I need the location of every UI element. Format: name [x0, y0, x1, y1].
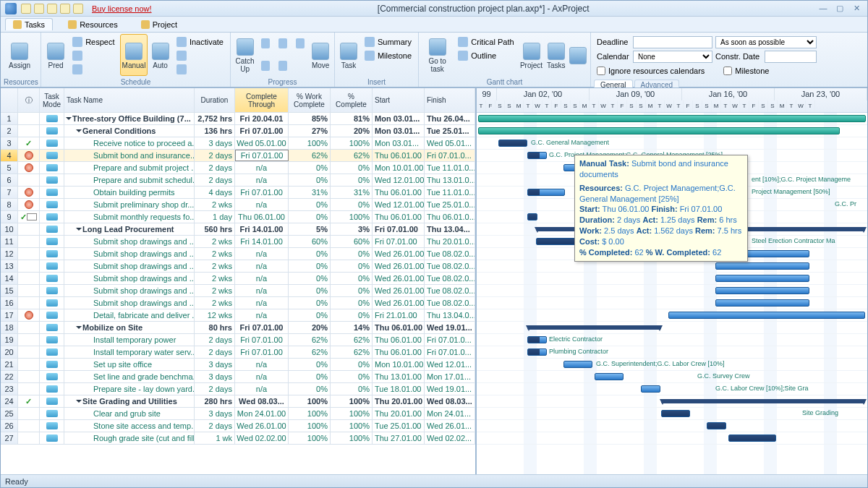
- row-task-name[interactable]: Submit shop drawings and ...: [64, 260, 195, 272]
- row-task-name[interactable]: Prepare site - lay down yard...: [64, 383, 195, 395]
- auto-button[interactable]: Auto: [149, 34, 171, 76]
- row-complete-through[interactable]: Wed 26.01.00: [235, 420, 289, 432]
- row-work-complete[interactable]: 0%: [289, 371, 331, 382]
- gantt-row[interactable]: [477, 420, 867, 432]
- col-rownum[interactable]: [1, 88, 18, 112]
- row-mode[interactable]: [40, 309, 64, 321]
- row-start[interactable]: Thu 13.01.00: [373, 371, 425, 382]
- row-task-name[interactable]: Obtain building permits: [64, 187, 195, 198]
- row-task-name[interactable]: Detail, fabricate and deliver ...: [64, 309, 195, 321]
- outline-button[interactable]: Outline: [454, 49, 517, 62]
- row-complete-through[interactable]: Wed 08.03...: [235, 395, 289, 407]
- assign-button[interactable]: Assign: [4, 34, 35, 76]
- row-duration[interactable]: 2 wks: [195, 199, 235, 210]
- row-duration[interactable]: 3 days: [195, 408, 235, 419]
- gantt-bar[interactable]: [527, 325, 661, 330]
- row-duration[interactable]: 2 days: [195, 346, 235, 358]
- row-complete-through[interactable]: Fri 14.01.00: [235, 223, 289, 235]
- row-task-name[interactable]: Mobilize on Site: [64, 322, 195, 333]
- row-mode[interactable]: [40, 420, 64, 432]
- row-finish[interactable]: Tue 25.01.0...: [425, 199, 475, 210]
- row-task-name[interactable]: Install temporary power: [64, 334, 195, 346]
- row-duration[interactable]: 280 hrs: [195, 395, 235, 407]
- row-number[interactable]: 6: [1, 174, 18, 186]
- row-duration[interactable]: 2 days: [195, 150, 235, 161]
- row-complete[interactable]: 3%: [331, 223, 373, 235]
- row-duration[interactable]: 4 days: [195, 187, 235, 198]
- link-button[interactable]: [69, 49, 118, 62]
- row-complete[interactable]: 62%: [331, 150, 373, 161]
- row-work-complete[interactable]: 85%: [289, 113, 331, 124]
- row-complete[interactable]: 0%: [331, 260, 373, 272]
- row-complete[interactable]: 0%: [331, 309, 373, 321]
- row-finish[interactable]: Tue 11.01.0...: [425, 162, 475, 174]
- row-mode[interactable]: [40, 432, 64, 444]
- row-start[interactable]: Thu 20.01.00: [373, 395, 425, 407]
- row-task-name[interactable]: Install temporary water serv...: [64, 346, 195, 358]
- row-complete[interactable]: 0%: [331, 199, 373, 210]
- row-number[interactable]: 1: [1, 113, 18, 124]
- row-mode[interactable]: [40, 199, 64, 210]
- row-complete-through[interactable]: Thu 06.01.00: [235, 211, 289, 223]
- row-finish[interactable]: Fri 07.01.0...: [425, 346, 475, 358]
- milestone-checkbox[interactable]: [723, 67, 732, 75]
- row-duration[interactable]: 2 wks: [195, 248, 235, 260]
- gantt-bar[interactable]: [498, 140, 527, 147]
- close-button[interactable]: ✕: [850, 4, 863, 14]
- table-row[interactable]: 21Set up site office3 daysn/a0%0%Mon 10.…: [1, 359, 475, 371]
- row-finish[interactable]: Wed 12.01...: [425, 359, 475, 370]
- table-row[interactable]: 7Obtain building permits4 daysFri 07.01.…: [1, 187, 475, 199]
- row-duration[interactable]: 2 wks: [195, 236, 235, 247]
- row-finish[interactable]: Thu 06.01.0...: [425, 211, 475, 223]
- row-mode[interactable]: [40, 236, 64, 247]
- gantt-row[interactable]: [477, 371, 867, 383]
- row-start[interactable]: Fri 21.01.00: [373, 309, 425, 321]
- row-complete-through[interactable]: n/a: [235, 309, 289, 321]
- qat-btn[interactable]: [34, 4, 44, 14]
- row-number[interactable]: 19: [1, 334, 18, 346]
- row-start[interactable]: Wed 26.01.00: [373, 260, 425, 272]
- task-button[interactable]: Task: [338, 34, 359, 76]
- row-duration[interactable]: 3 days: [195, 137, 235, 149]
- table-row[interactable]: 15Submit shop drawings and ...2 wksn/a0%…: [1, 285, 475, 297]
- qat-btn[interactable]: [47, 4, 57, 14]
- row-mode[interactable]: [40, 150, 64, 161]
- prog-50[interactable]: [275, 37, 291, 50]
- row-finish[interactable]: Tue 11.01.0...: [425, 187, 475, 198]
- table-row[interactable]: 3✓Receive notice to proceed a...3 daysWe…: [1, 137, 475, 150]
- row-mode[interactable]: [40, 223, 64, 235]
- row-complete-through[interactable]: n/a: [235, 383, 289, 395]
- row-complete-through[interactable]: Fri 07.01.00: [235, 125, 289, 137]
- table-row[interactable]: 17Detail, fabricate and deliver ...12 wk…: [1, 309, 475, 322]
- row-complete[interactable]: 0%: [331, 273, 373, 284]
- row-finish[interactable]: Wed 19.01...: [425, 383, 475, 395]
- tab-project[interactable]: Project: [133, 18, 185, 30]
- row-finish[interactable]: Thu 13.01.0...: [425, 174, 475, 186]
- row-duration[interactable]: 2 wks: [195, 260, 235, 272]
- row-mode[interactable]: [40, 285, 64, 296]
- gantt-bar[interactable]: [707, 422, 726, 429]
- critical-button[interactable]: Critical Path: [454, 35, 517, 48]
- row-duration[interactable]: 2 days: [195, 383, 235, 395]
- table-row[interactable]: 9✓Submit monthly requests fo...1 dayThu …: [1, 211, 475, 223]
- row-duration[interactable]: 1 wk: [195, 432, 235, 444]
- prog-75[interactable]: [292, 37, 308, 50]
- manual-button[interactable]: Manual: [120, 34, 148, 76]
- inactivate-button[interactable]: Inactivate: [173, 35, 227, 48]
- row-mode[interactable]: [40, 211, 64, 223]
- row-work-complete[interactable]: 0%: [289, 273, 331, 284]
- row-number[interactable]: 3: [1, 137, 18, 149]
- row-duration[interactable]: 3 days: [195, 359, 235, 370]
- table-row[interactable]: 8Submit preliminary shop dr...2 wksn/a0%…: [1, 199, 475, 211]
- col-work-complete[interactable]: % Work Complete: [289, 88, 331, 112]
- row-start[interactable]: Wed 26.01.00: [373, 285, 425, 296]
- row-finish[interactable]: Wed 26.01...: [425, 420, 475, 432]
- row-complete-through[interactable]: n/a: [235, 371, 289, 382]
- row-task-name[interactable]: Submit bond and insurance...: [64, 150, 195, 161]
- row-work-complete[interactable]: 0%: [289, 174, 331, 186]
- row-mode[interactable]: [40, 260, 64, 272]
- row-complete[interactable]: 0%: [331, 383, 373, 395]
- row-mode[interactable]: [40, 334, 64, 346]
- row-start[interactable]: Thu 06.01.00: [373, 211, 425, 223]
- row-task-name[interactable]: Submit monthly requests fo...: [64, 211, 195, 223]
